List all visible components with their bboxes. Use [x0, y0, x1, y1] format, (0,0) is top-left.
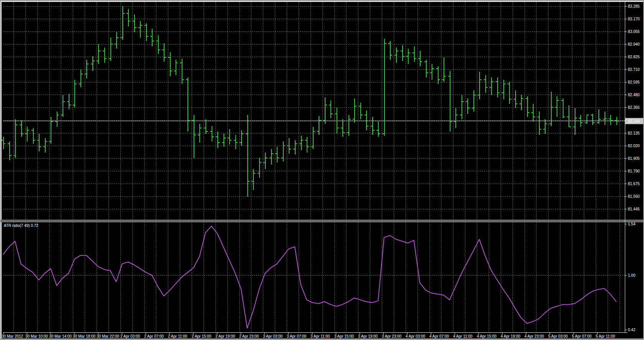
time-tick-label: 2 Apr 15:00 — [192, 334, 212, 338]
price-tick-label: 82.020 — [628, 144, 640, 148]
price-tick-label: 81.790 — [628, 169, 640, 173]
time-tick-label: 2 Apr 07:00 — [144, 334, 164, 338]
time-tick-label: 30 Mar 14:00 — [49, 334, 72, 338]
price-tick-label: 81.675 — [628, 182, 640, 186]
time-tick-label: 2 Apr 19:00 — [215, 334, 235, 338]
price-tick-label: 82.480 — [628, 93, 640, 97]
price-tick-label: 82.825 — [628, 55, 640, 59]
time-tick-label: 3 Apr 11:00 — [310, 334, 330, 338]
time-tick-label: 2 Apr 11:00 — [168, 334, 187, 338]
time-tick-label: 3 Apr 03:00 — [263, 334, 283, 338]
time-tick-label: 4 Apr 15:00 — [477, 334, 497, 338]
indicator-tick-label: 1.54 — [628, 222, 636, 226]
time-tick-label: 2 Apr 03:00 — [120, 334, 140, 338]
chart-background — [1, 1, 643, 338]
time-tick-label: 2 Apr 23:00 — [239, 334, 259, 338]
indicator-name-label: ATR ratio(7 49) 0.72 — [4, 223, 38, 228]
mt4-chart-window: 83.28583.17083.05582.94082.82582.71082.5… — [0, 0, 644, 340]
price-tick-label: 82.135 — [628, 131, 640, 135]
time-tick-label: 3 Apr 07:00 — [287, 334, 307, 338]
price-tick-label: 82.710 — [628, 67, 640, 72]
time-tick-label: 4 Apr 11:00 — [453, 334, 473, 338]
time-tick-label: 3 Apr 23:00 — [382, 334, 402, 338]
time-tick-label: 4 Apr 19:00 — [501, 334, 521, 338]
indicator-tick-label: 0.42 — [628, 328, 636, 332]
time-tick-label: 30 Mar 10:00 — [25, 334, 48, 338]
indicator-tick-label: 1.00 — [628, 273, 636, 278]
time-tick-label: 4 Apr 07:00 — [429, 334, 449, 338]
time-tick-label: 4 Apr 23:00 — [524, 334, 544, 338]
time-tick-label: 3 Apr 19:00 — [358, 334, 378, 338]
time-tick-label: 4 Apr 03:00 — [406, 334, 426, 338]
price-tick-label: 81.560 — [628, 194, 640, 199]
time-tick-label: 5 Apr 11:00 — [596, 334, 615, 338]
chart-canvas[interactable]: 83.28583.17083.05582.94082.82582.71082.5… — [0, 0, 644, 340]
price-tick-label: 83.285 — [628, 4, 640, 8]
current-price-badge-text: 82.244 — [628, 119, 640, 123]
price-tick-label: 81.905 — [628, 156, 640, 161]
price-tick-label: 82.365 — [628, 105, 640, 110]
price-tick-label: 81.445 — [628, 207, 640, 211]
time-tick-label: 30 Mar 2012 — [2, 334, 23, 338]
price-tick-label: 82.940 — [628, 42, 640, 46]
panel-splitter[interactable] — [1, 220, 643, 222]
time-tick-label: 3 Apr 15:00 — [334, 334, 354, 338]
time-tick-label: 30 Mar 22:00 — [97, 334, 119, 338]
time-tick-label: 30 Mar 18:00 — [73, 334, 95, 338]
price-tick-label: 82.595 — [628, 80, 640, 84]
price-tick-label: 83.055 — [628, 30, 640, 34]
time-tick-label: 5 Apr 07:00 — [572, 334, 592, 338]
time-tick-label: 5 Apr 03:00 — [548, 334, 568, 338]
price-tick-label: 83.170 — [628, 17, 640, 21]
